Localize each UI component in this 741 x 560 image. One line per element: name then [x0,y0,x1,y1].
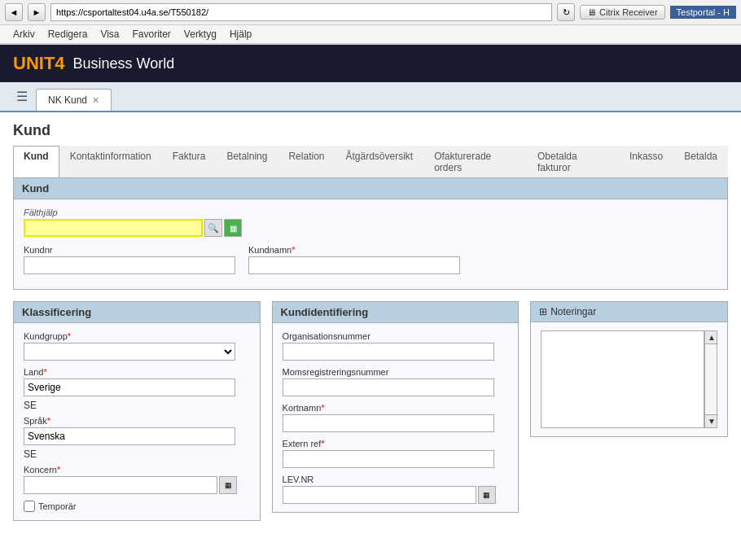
kortnamn-field: Kortnamn* [283,403,509,432]
citrix-button[interactable]: 🖥 Citrix Receiver [580,5,665,20]
klassificering-body: Kundgrupp* Land* [14,323,260,520]
moms-field: Momsregistreringsnummer [283,367,509,396]
app-nav-icon[interactable]: ☰ [8,82,36,111]
testportal-button[interactable]: Testportal - H [670,6,736,19]
sprak-label: Språk* [24,416,250,426]
kortnamn-input[interactable] [283,414,494,432]
sprak-input[interactable] [24,427,235,445]
kundnr-label: Kundnr [24,245,235,255]
koncern-label: Koncern* [24,465,250,475]
land-code: SE [24,398,250,413]
kundidentifiering-col: Kundidentifiering Organisationsnummer Mo… [272,301,520,532]
tab-atgardsoversikt[interactable]: Åtgärdsöversikt [335,146,423,177]
kund-section-header: Kund [14,178,727,199]
scroll-up-button[interactable]: ▲ [705,331,718,344]
faltjalp-row: 🔍 ▦ [24,219,717,237]
kundgrupp-field: Kundgrupp* [24,331,250,361]
sections-grid: Klassificering Kundgrupp* [13,301,728,532]
grid-icon: ▦ [483,491,490,499]
tab-close-icon[interactable]: ✕ [92,95,99,106]
app-header: UNIT4 Business World [0,45,741,82]
kund-section: Kund Fälthjälp 🔍 ▦ Kundnr [13,177,728,290]
tab-betalning[interactable]: Betalning [216,146,278,177]
land-label: Land* [24,367,250,377]
land-input[interactable] [24,378,235,396]
kundgrupp-select[interactable] [24,343,235,361]
kundnamn-input[interactable] [248,256,460,274]
lev-nr-input-row: ▦ [283,486,509,504]
menu-verktyg[interactable]: Verktyg [178,27,223,42]
lev-nr-label: LEV.NR [283,475,509,484]
lev-nr-input[interactable] [283,486,476,504]
back-button[interactable]: ◄ [5,3,23,21]
testportal-label: Testportal - H [677,7,730,17]
temporer-label: Temporär [38,501,76,511]
menu-favoriter[interactable]: Favoriter [126,27,178,42]
kundidentifiering-header: Kundidentifiering [273,302,519,323]
tab-betalda[interactable]: Betalda [673,146,728,177]
tab-kund[interactable]: Kund [13,146,59,177]
forward-button[interactable]: ► [28,3,46,21]
app-logo: UNIT4 [13,53,65,74]
klassificering-header: Klassificering [14,302,260,323]
koncern-field: Koncern* ▦ [24,465,250,494]
noteringar-title: Noteringar [550,306,596,317]
tab-nk-kund[interactable]: NK Kund ✕ [36,89,112,111]
tab-inkasso[interactable]: Inkasso [619,146,673,177]
noteringar-textarea[interactable] [541,330,704,428]
page-content: Kund Kund Kontaktinformation Faktura Bet… [0,112,741,542]
menu-redigera[interactable]: Redigera [42,27,94,42]
menu-hjalp[interactable]: Hjälp [223,27,258,42]
tab-label: NK Kund [48,94,87,106]
kundnamn-field: Kundnamn* [248,245,460,274]
tab-bar: ☰ NK Kund ✕ [0,82,741,112]
extern-ref-label: Extern ref* [283,439,509,448]
scroll-track [705,344,717,414]
kundgrupp-input-row [24,343,250,361]
noteringar-section: ⊞ Noteringar ▲ ▼ [530,301,728,437]
moms-input[interactable] [283,378,494,396]
collapse-icon[interactable]: ⊞ [539,306,547,317]
tab-faktura[interactable]: Faktura [162,146,217,177]
address-bar[interactable] [50,3,552,21]
app-title: Business World [73,55,175,72]
org-nr-input[interactable] [283,343,494,361]
search-icon: 🔍 [208,223,219,234]
faltjalp-grid-button[interactable]: ▦ [224,219,242,237]
faltjalp-label: Fälthjälp [24,208,717,217]
menu-visa[interactable]: Visa [94,27,125,42]
klassificering-section: Klassificering Kundgrupp* [13,301,261,521]
temporer-checkbox[interactable] [24,501,35,512]
faltjalp-container: Fälthjälp 🔍 ▦ [24,208,717,237]
tab-obetalda-fakturor[interactable]: Obetalda fakturor [527,146,619,177]
faltjalp-search-button[interactable]: 🔍 [204,219,222,237]
kund-fields-row: Kundnr Kundnamn* [24,245,717,274]
page-title: Kund [13,122,728,139]
koncern-input-row: ▦ [24,476,250,494]
faltjalp-input[interactable] [24,219,203,237]
kundidentifiering-section: Kundidentifiering Organisationsnummer Mo… [272,301,520,513]
tab-ofakturerade-orders[interactable]: Ofakturerade orders [423,146,527,177]
moms-label: Momsregistreringsnummer [283,367,509,377]
menu-arkiv[interactable]: Arkiv [7,27,42,42]
tab-relation[interactable]: Relation [278,146,335,177]
temporer-field: Temporär [24,501,250,512]
scroll-down-button[interactable]: ▼ [705,414,718,427]
extern-ref-input[interactable] [283,450,494,468]
kortnamn-label: Kortnamn* [283,403,509,413]
sprak-code: SE [24,447,250,462]
kundnr-input[interactable] [24,256,235,274]
kund-section-body: Fälthjälp 🔍 ▦ Kundnr [14,199,727,289]
koncern-grid-button[interactable]: ▦ [219,476,237,494]
lev-nr-field: LEV.NR ▦ [283,475,509,504]
main-tabs: Kund Kontaktinformation Faktura Betalnin… [13,146,728,177]
refresh-button[interactable]: ↻ [557,3,575,21]
grid-icon: ▦ [230,224,237,233]
tab-kontaktinformation[interactable]: Kontaktinformation [59,146,162,177]
notes-scrollbar: ▲ ▼ [704,330,717,428]
citrix-icon: 🖥 [587,7,596,17]
koncern-input[interactable] [24,476,217,494]
kundgrupp-label: Kundgrupp* [24,331,250,341]
notes-wrapper: ▲ ▼ [541,330,717,428]
lev-nr-grid-button[interactable]: ▦ [478,486,496,504]
